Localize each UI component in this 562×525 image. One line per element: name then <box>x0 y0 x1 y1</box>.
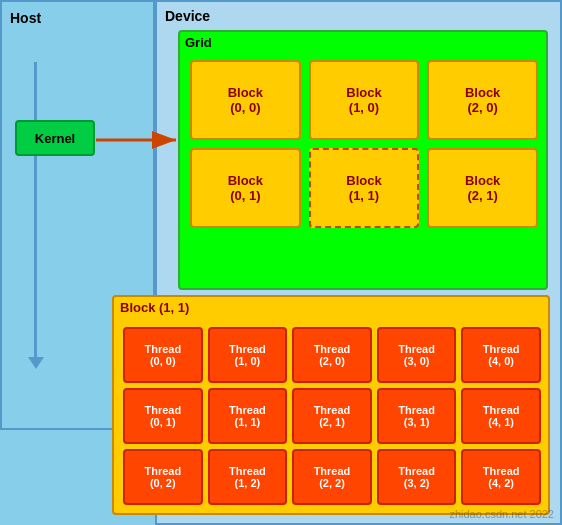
thread-coord-10: (0, 2) <box>150 477 176 489</box>
threads-container: Thread(0, 0)Thread(1, 0)Thread(2, 0)Thre… <box>118 322 546 510</box>
expanded-block-label: Block (1, 1) <box>120 300 189 315</box>
thread-label-14: Thread <box>483 465 520 477</box>
block-cell-1: Block(1, 0) <box>309 60 420 140</box>
thread-coord-1: (1, 0) <box>235 355 261 367</box>
block-cell-5: Block(2, 1) <box>427 148 538 228</box>
thread-coord-8: (3, 1) <box>404 416 430 428</box>
thread-coord-5: (0, 1) <box>150 416 176 428</box>
block-coord-2: (2, 0) <box>467 100 497 115</box>
thread-label-10: Thread <box>144 465 181 477</box>
thread-cell-11: Thread(1, 2) <box>208 449 288 505</box>
block-coord-4: (1, 1) <box>349 188 379 203</box>
thread-coord-9: (4, 1) <box>488 416 514 428</box>
thread-cell-6: Thread(1, 1) <box>208 388 288 444</box>
host-label: Host <box>10 10 41 26</box>
device-label: Device <box>165 8 210 24</box>
thread-cell-7: Thread(2, 1) <box>292 388 372 444</box>
block-cell-2: Block(2, 0) <box>427 60 538 140</box>
thread-label-8: Thread <box>398 404 435 416</box>
block-cell-0: Block(0, 0) <box>190 60 301 140</box>
block-coord-1: (1, 0) <box>349 100 379 115</box>
block-label-5: Block <box>465 173 500 188</box>
thread-cell-1: Thread(1, 0) <box>208 327 288 383</box>
thread-cell-10: Thread(0, 2) <box>123 449 203 505</box>
thread-label-1: Thread <box>229 343 266 355</box>
thread-coord-7: (2, 1) <box>319 416 345 428</box>
thread-coord-3: (3, 0) <box>404 355 430 367</box>
thread-label-6: Thread <box>229 404 266 416</box>
host-arrow-line <box>34 62 37 362</box>
blocks-container: Block(0, 0)Block(1, 0)Block(2, 0)Block(0… <box>185 55 543 233</box>
thread-coord-0: (0, 0) <box>150 355 176 367</box>
kernel-arrow <box>96 128 184 152</box>
thread-label-9: Thread <box>483 404 520 416</box>
thread-coord-6: (1, 1) <box>235 416 261 428</box>
thread-label-12: Thread <box>314 465 351 477</box>
thread-cell-13: Thread(3, 2) <box>377 449 457 505</box>
thread-label-4: Thread <box>483 343 520 355</box>
thread-coord-4: (4, 0) <box>488 355 514 367</box>
thread-label-5: Thread <box>144 404 181 416</box>
kernel-label: Kernel <box>35 131 75 146</box>
thread-label-11: Thread <box>229 465 266 477</box>
thread-label-2: Thread <box>314 343 351 355</box>
thread-coord-13: (3, 2) <box>404 477 430 489</box>
host-arrow-head <box>28 357 44 369</box>
thread-coord-11: (1, 2) <box>235 477 261 489</box>
block-cell-4: Block(1, 1) <box>309 148 420 228</box>
grid-label: Grid <box>185 35 212 50</box>
thread-cell-14: Thread(4, 2) <box>461 449 541 505</box>
thread-cell-2: Thread(2, 0) <box>292 327 372 383</box>
thread-label-13: Thread <box>398 465 435 477</box>
thread-cell-0: Thread(0, 0) <box>123 327 203 383</box>
block-coord-0: (0, 0) <box>230 100 260 115</box>
block-cell-3: Block(0, 1) <box>190 148 301 228</box>
block-label-3: Block <box>228 173 263 188</box>
thread-coord-12: (2, 2) <box>319 477 345 489</box>
block-coord-5: (2, 1) <box>467 188 497 203</box>
thread-coord-2: (2, 0) <box>319 355 345 367</box>
block-label-0: Block <box>228 85 263 100</box>
thread-label-7: Thread <box>314 404 351 416</box>
thread-cell-4: Thread(4, 0) <box>461 327 541 383</box>
block-coord-3: (0, 1) <box>230 188 260 203</box>
thread-label-0: Thread <box>144 343 181 355</box>
block-label-4: Block <box>346 173 381 188</box>
thread-cell-5: Thread(0, 1) <box>123 388 203 444</box>
block-label-1: Block <box>346 85 381 100</box>
thread-coord-14: (4, 2) <box>488 477 514 489</box>
thread-label-3: Thread <box>398 343 435 355</box>
block-label-2: Block <box>465 85 500 100</box>
thread-cell-12: Thread(2, 2) <box>292 449 372 505</box>
thread-cell-8: Thread(3, 1) <box>377 388 457 444</box>
thread-cell-3: Thread(3, 0) <box>377 327 457 383</box>
thread-cell-9: Thread(4, 1) <box>461 388 541 444</box>
kernel-box: Kernel <box>15 120 95 156</box>
watermark: zhidao.csdn.net 2022 <box>449 508 554 520</box>
